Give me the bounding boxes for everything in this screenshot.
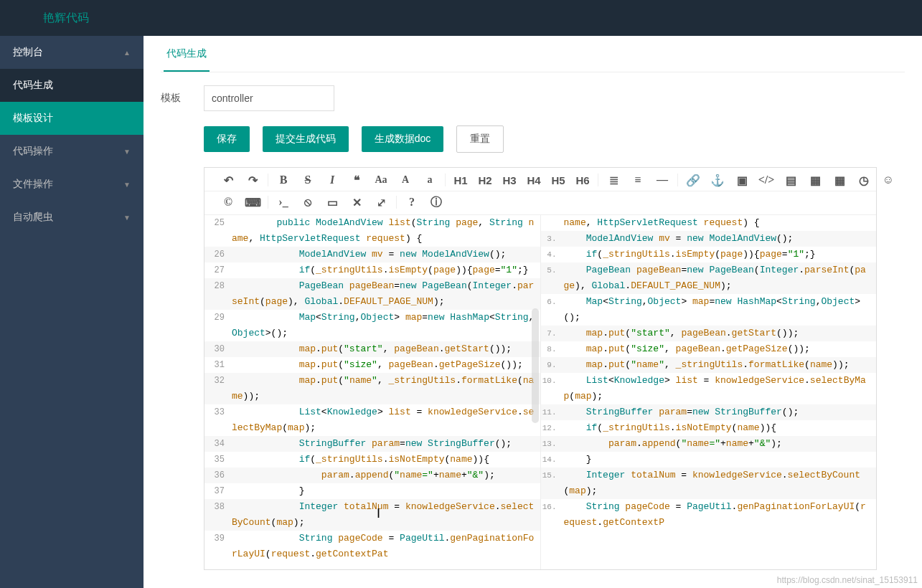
anchor-icon[interactable]: ⚓ — [711, 174, 724, 186]
tab-codegen[interactable]: 代码生成 — [164, 36, 210, 72]
sidebar-item-fileop[interactable]: 文件操作 ▼ — [0, 168, 144, 201]
h2-icon[interactable]: H2 — [479, 174, 491, 186]
template-row: 模板 — [161, 85, 905, 111]
ul-icon[interactable]: ≣ — [607, 174, 620, 186]
help-icon[interactable]: ? — [405, 196, 418, 209]
chevron-down-icon: ▼ — [123, 148, 131, 156]
gendoc-button[interactable]: 生成数据doc — [362, 126, 444, 152]
code-line: 26 ModelAndView mv = new ModelAndView(); — [204, 247, 540, 262]
code-line: 29 Map<String,Object> map=new HashMap<St… — [204, 310, 540, 341]
scrollbar-thumb[interactable] — [532, 308, 539, 423]
grid-icon[interactable]: ▦ — [833, 174, 846, 186]
sidebar-item-codegen[interactable]: 代码生成 — [0, 69, 144, 102]
code-line: 4. if(_stringUtils.isEmpty(page)){page="… — [541, 247, 877, 262]
submit-button[interactable]: 提交生成代码 — [263, 126, 349, 152]
top-bar: 艳辉代码 — [0, 0, 922, 36]
sidebar-item-label: 代码操作 — [13, 145, 53, 158]
s-icon[interactable]: S — [301, 174, 314, 186]
a-icon[interactable]: a — [423, 174, 436, 186]
sidebar-item-template[interactable]: 模板设计 — [0, 102, 144, 135]
smile-icon[interactable]: ☺ — [882, 174, 895, 186]
code-line: 14. } — [541, 452, 877, 468]
page-icon[interactable]: ▤ — [784, 174, 797, 186]
code-line: 3. ModelAndView mv = new ModelAndView(); — [541, 231, 877, 247]
code-icon[interactable]: </> — [760, 174, 773, 186]
info-icon[interactable]: ⓘ — [430, 196, 443, 209]
minus-icon[interactable]: — — [656, 174, 669, 186]
quote-icon[interactable]: ❝ — [350, 174, 363, 186]
h5-icon[interactable]: H5 — [552, 174, 565, 186]
code-line: 38 Integer totalNum = knowledgeService.s… — [204, 499, 540, 531]
code-line: name, HttpServletRequest request) { — [541, 215, 877, 231]
sidebar-header[interactable]: 控制台 ▲ — [0, 36, 144, 69]
b-icon[interactable]: B — [277, 174, 290, 186]
sidebar-item-label: 自动爬虫 — [13, 211, 53, 224]
code-line: 30 map.put("start", pageBean.getStart())… — [204, 341, 540, 357]
code-line: 25 public ModelAndView list(String page,… — [204, 215, 540, 247]
h6-icon[interactable]: H6 — [576, 174, 589, 186]
editor-pane-source[interactable]: 25 public ModelAndView list(String page,… — [204, 215, 541, 569]
editor-pane-preview[interactable]: name, HttpServletRequest request) {3. Mo… — [541, 215, 877, 569]
redo-icon[interactable]: ↷ — [246, 174, 259, 186]
tab-bar: 代码生成 — [161, 36, 905, 72]
brand-title: 艳辉代码 — [43, 11, 89, 26]
copyright-icon[interactable]: © — [222, 196, 235, 209]
code-line: 28 PageBean pageBean=new PageBean(Intege… — [204, 278, 540, 310]
h3-icon[interactable]: H3 — [503, 174, 516, 186]
code-line: 34 StringBuffer param=new StringBuffer()… — [204, 436, 540, 452]
content-area: 代码生成 模板 保存 提交生成代码 生成数据doc 重置 ↶↷BSI❝AaAaH… — [144, 36, 922, 588]
sidebar-item-label: 模板设计 — [13, 112, 53, 125]
watermark-text: https://blog.csdn.net/sinat_15153911 — [777, 575, 918, 585]
button-row: 保存 提交生成代码 生成数据doc 重置 — [204, 125, 905, 153]
chevron-up-icon: ▲ — [123, 49, 131, 57]
code-line: 6. Map<String,Object> map=new HashMap<St… — [541, 294, 877, 326]
clock-icon[interactable]: ◷ — [857, 174, 870, 186]
code-line: 35 if(_stringUtils.isNotEmpty(name)){ — [204, 452, 540, 468]
code-line: 16. String pageCode = PageUtil.genPagina… — [541, 499, 877, 531]
code-line: 39 String pageCode = PageUtil.genPaginat… — [204, 531, 540, 562]
chevron-down-icon: ▼ — [123, 214, 131, 222]
aa-icon[interactable]: Aa — [375, 174, 387, 186]
code-line: 8. map.put("size", pageBean.getPageSize(… — [541, 341, 877, 357]
code-line: 33 List<Knowledge> list = knowledgeServi… — [204, 404, 540, 436]
undo-icon[interactable]: ↶ — [222, 174, 235, 186]
reset-button[interactable]: 重置 — [456, 125, 504, 153]
code-line: 37 } — [204, 483, 540, 499]
code-line: 32 map.put("name", _stringUtils.formatLi… — [204, 373, 540, 404]
sidebar-item-spider[interactable]: 自动爬虫 ▼ — [0, 201, 144, 234]
code-line: 12. if(_stringUtils.isNotEmpty(name)){ — [541, 420, 877, 436]
sidebar-item-label: 代码生成 — [13, 79, 53, 92]
code-line: 15. Integer totalNum = knowledgeService.… — [541, 468, 877, 499]
template-label: 模板 — [161, 92, 204, 105]
code-line: 11. StringBuffer param=new StringBuffer(… — [541, 404, 877, 420]
sidebar: 控制台 ▲ 代码生成 模板设计 代码操作 ▼ 文件操作 ▼ 自动爬虫 ▼ — [0, 36, 144, 588]
save-button[interactable]: 保存 — [204, 126, 250, 152]
link-icon[interactable]: 🔗 — [687, 174, 700, 186]
expand-icon[interactable]: ⤢ — [375, 196, 387, 209]
h1-icon[interactable]: H1 — [454, 174, 467, 186]
editor-panes: 25 public ModelAndView list(String page,… — [204, 215, 876, 569]
keyboard-icon[interactable]: ⌨ — [246, 196, 259, 209]
h4-icon[interactable]: H4 — [527, 174, 540, 186]
a-icon[interactable]: A — [399, 174, 412, 186]
editor: ↶↷BSI❝AaAaH1H2H3H4H5H6≣≡—🔗⚓▣</>▤▦▦◷☺ ©⌨›… — [204, 167, 877, 570]
terminal-icon[interactable]: ›_ — [277, 196, 290, 209]
chevron-down-icon: ▼ — [123, 181, 131, 189]
code-line: 7. map.put("start", pageBean.getStart())… — [541, 326, 877, 341]
table-icon[interactable]: ▦ — [809, 174, 822, 186]
eye-off-icon[interactable]: ⦸ — [301, 196, 314, 209]
sidebar-item-codeop[interactable]: 代码操作 ▼ — [0, 135, 144, 168]
template-input[interactable] — [204, 85, 334, 111]
code-line: 10. List<Knowledge> list = knowledgeServ… — [541, 373, 877, 404]
tools-icon[interactable]: ✕ — [350, 196, 363, 209]
code-line: 5. PageBean pageBean=new PageBean(Intege… — [541, 262, 877, 294]
monitor-icon[interactable]: ▭ — [326, 196, 339, 209]
sidebar-header-label: 控制台 — [13, 46, 43, 59]
code-line: 13. param.append("name="+name+"&"); — [541, 436, 877, 452]
code-line: 31 map.put("size", pageBean.getPageSize(… — [204, 357, 540, 373]
editor-toolbar: ↶↷BSI❝AaAaH1H2H3H4H5H6≣≡—🔗⚓▣</>▤▦▦◷☺ ©⌨›… — [204, 168, 876, 215]
code-line: 9. map.put("name", _stringUtils.formatLi… — [541, 357, 877, 373]
i-icon[interactable]: I — [326, 174, 339, 186]
image-icon[interactable]: ▣ — [735, 174, 748, 186]
ol-icon[interactable]: ≡ — [631, 174, 644, 186]
